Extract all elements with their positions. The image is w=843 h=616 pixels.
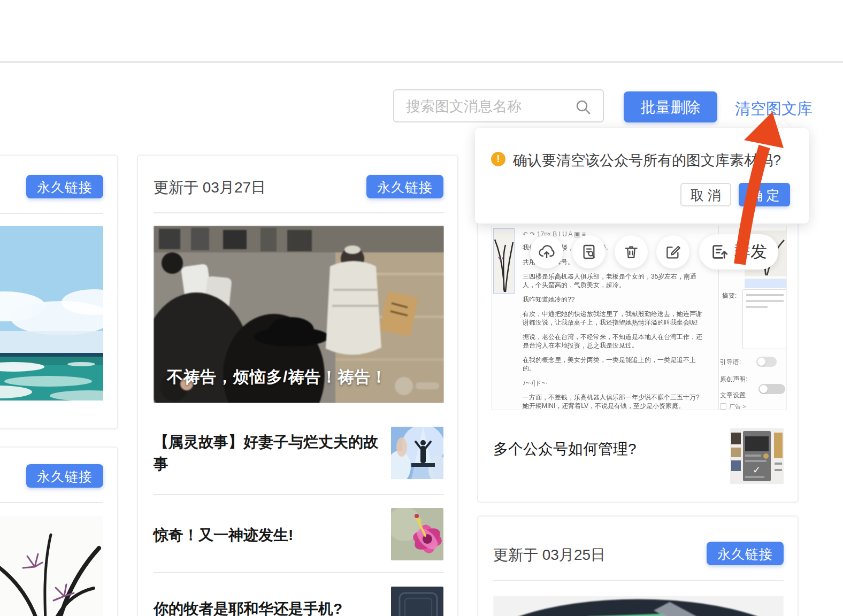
calculator-photo (493, 596, 784, 616)
card-divider (154, 212, 444, 213)
guide-toggle (756, 357, 777, 367)
send-doc-icon (710, 243, 729, 261)
edit-button[interactable] (656, 235, 689, 268)
clear-library-link[interactable]: 清空图文库 (735, 98, 813, 120)
popup-message: 确认要清空该公众号所有的图文库素材吗? (513, 151, 781, 170)
edit-icon (664, 243, 681, 260)
card-divider (154, 572, 444, 573)
delete-button[interactable] (615, 235, 648, 268)
top-divider (0, 61, 843, 63)
article-card-middle[interactable]: 更新于 03月27日 永久链接 (137, 155, 458, 616)
article-title: 【属灵故事】好妻子与烂丈夫的故事 (154, 431, 385, 475)
page: { "toolbar": { "search_placeholder": "搜索… (0, 0, 843, 616)
article-row[interactable]: 惊奇！又一神迹发生! (138, 500, 459, 570)
settings-label: 文章设置 (720, 391, 746, 400)
worship-thumb (391, 427, 443, 479)
card-divider (493, 580, 784, 581)
orchid-painting-photo (0, 516, 103, 616)
guide-label: 引导语: (720, 358, 741, 367)
editor-text: 我们……一二楼，上面……楼。 共用一个门牌号。 三四楼是乐高机器人俱乐部，老板是… (523, 243, 702, 410)
summary-label: 摘要: (722, 291, 737, 301)
phone-thumb (391, 587, 443, 616)
cover-photo-prayer-wall: 不祷告，烦恼多/祷告！祷告！ (154, 226, 444, 403)
batch-delete-button[interactable]: 批量删除 (624, 91, 717, 122)
article-card-left-bottom[interactable]: 永久链接 (0, 446, 118, 616)
search-box (393, 89, 604, 122)
article-card-left-top[interactable]: 永久链接 (0, 155, 118, 429)
warning-icon: ! (491, 152, 505, 166)
manage-accounts-thumb: ✓ (730, 428, 784, 484)
mass-send-button[interactable]: 群发 (699, 234, 778, 270)
permalink-button[interactable]: 永久链接 (707, 542, 784, 565)
cancel-button[interactable]: 取 消 (680, 183, 731, 206)
confirm-popup: ! 确认要清空该公众号所有的图文库素材吗? 取 消 确 定 (475, 128, 809, 224)
summary-textarea (742, 289, 787, 349)
card-divider (0, 213, 103, 214)
panel-selection (745, 279, 786, 288)
screenshot-side-thumb (493, 228, 515, 294)
original-toggle (758, 384, 785, 394)
article-row[interactable]: 你的牧者是耶和华还是手机? (138, 578, 459, 616)
permalink-button[interactable]: 永久链接 (26, 175, 103, 198)
search-input[interactable] (405, 90, 578, 122)
cloud-upload-icon (538, 243, 556, 261)
permalink-button[interactable]: 永久链接 (26, 464, 103, 488)
upload-button[interactable] (530, 235, 563, 268)
search-icon[interactable] (575, 99, 591, 117)
cover-caption: 不祷告，烦恼多/祷告！祷告！ (167, 366, 387, 388)
article-title: 你的牧者是耶和华还是手机? (154, 598, 385, 616)
card-divider (154, 494, 444, 495)
article-title: 多个公众号如何管理? (493, 438, 637, 460)
article-card-right-bottom[interactable]: 更新于 03月25日 永久链接 (477, 515, 799, 616)
doc-search-icon (580, 243, 597, 260)
article-title: 惊奇！又一神迹发生! (154, 524, 385, 546)
trash-icon (623, 243, 640, 260)
updated-date: 更新于 03月25日 (493, 545, 606, 565)
original-label: 原创声明: (720, 375, 747, 384)
permalink-button[interactable]: 永久链接 (366, 175, 443, 198)
article-row[interactable]: 【属灵故事】好妻子与烂丈夫的故事 (138, 420, 459, 490)
ocean-photo (0, 226, 103, 401)
card-divider (0, 502, 103, 503)
mass-send-label: 群发 (734, 241, 767, 263)
check-icon: ✓ (753, 464, 761, 476)
preview-button[interactable] (572, 235, 606, 268)
confirm-button[interactable]: 确 定 (739, 183, 790, 206)
updated-date: 更新于 03月27日 (154, 178, 266, 198)
panel-row: 广告 > (720, 403, 746, 410)
flower-thumb (391, 508, 443, 560)
